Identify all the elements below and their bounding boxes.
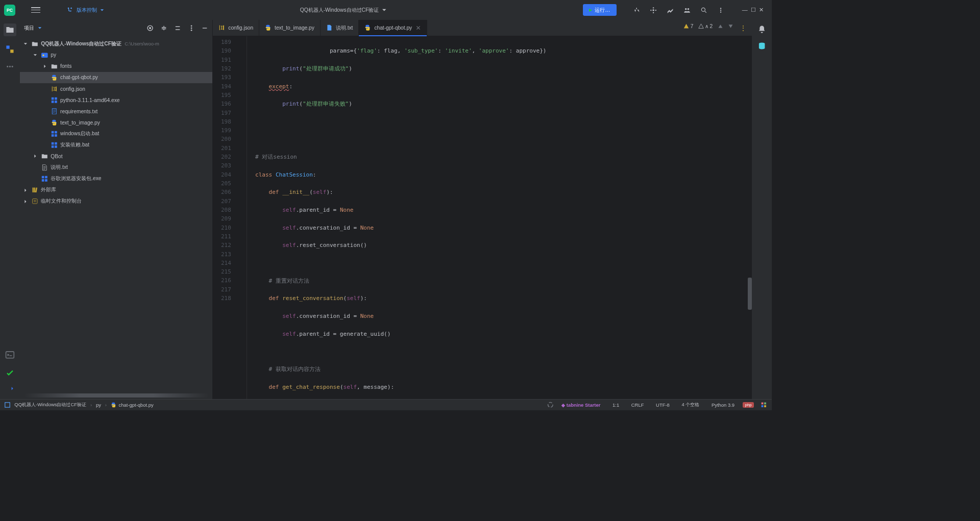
tree-folder-fonts[interactable]: fonts: [20, 61, 212, 72]
bat-file-icon: [51, 141, 58, 148]
svg-rect-48: [762, 403, 764, 405]
svg-rect-34: [55, 142, 57, 145]
expand-all-icon[interactable]: [160, 24, 167, 32]
project-tool-button[interactable]: [4, 23, 16, 36]
horizontal-scrollbar[interactable]: [24, 393, 208, 398]
module-icon: [5, 402, 10, 408]
terminal-tool-button[interactable]: [5, 350, 15, 360]
tools-icon[interactable]: [667, 7, 674, 14]
run-button[interactable]: 运行…: [583, 4, 617, 16]
warning-icon: [683, 23, 689, 29]
svg-rect-41: [33, 188, 34, 192]
vcs-label: 版本控制: [77, 7, 97, 14]
weak-warnings-count[interactable]: ∧2: [698, 23, 713, 29]
tree-file-config[interactable]: config.json: [20, 83, 212, 94]
translate-icon[interactable]: [633, 7, 640, 14]
panel-options-icon[interactable]: [188, 24, 195, 32]
more-tool-button[interactable]: [5, 62, 15, 71]
select-opened-file-icon[interactable]: [146, 24, 154, 32]
breadcrumb-folder[interactable]: py: [96, 402, 101, 408]
tab-actions[interactable]: ⋮: [740, 24, 747, 32]
search-icon[interactable]: [700, 7, 707, 14]
minimize-button[interactable]: —: [742, 7, 748, 13]
indent-setting[interactable]: 4 个空格: [681, 402, 699, 408]
editor-scrollbar[interactable]: [746, 52, 752, 399]
tab-readme[interactable]: 说明.txt: [321, 20, 359, 36]
structure-tool-button[interactable]: [5, 44, 15, 54]
collapse-all-icon[interactable]: [174, 24, 181, 32]
project-tree[interactable]: QQ机器人-Windows自动过CF验证 C:\Users\woo-m py f…: [20, 36, 212, 392]
svg-point-9: [720, 9, 721, 10]
window-controls: — ☐ ✕: [742, 7, 764, 13]
tree-file-readme[interactable]: 说明.txt: [20, 162, 212, 173]
previous-highlight-icon[interactable]: [718, 23, 723, 29]
svg-rect-11: [7, 45, 10, 48]
line-ending[interactable]: CRLF: [631, 402, 644, 408]
svg-point-21: [190, 30, 192, 31]
tree-file-requirements[interactable]: requirements.txt: [20, 106, 212, 117]
svg-rect-28: [55, 101, 57, 103]
main-menu-button[interactable]: [31, 4, 43, 16]
close-tab-icon[interactable]: [415, 25, 421, 31]
settings-icon[interactable]: [717, 7, 724, 14]
folder-icon: [31, 40, 38, 47]
ai-assist-icon[interactable]: [650, 7, 657, 14]
next-highlight-icon[interactable]: [728, 23, 733, 29]
code-editor[interactable]: 1891901911921931941951961971981992002012…: [213, 36, 751, 399]
svg-point-19: [190, 25, 192, 27]
cursor-position[interactable]: 1:1: [612, 402, 619, 408]
php-badge[interactable]: php: [743, 402, 754, 408]
vcs-dropdown[interactable]: 版本控制: [67, 7, 104, 14]
hide-panel-icon[interactable]: [201, 24, 208, 32]
left-tool-rail: [0, 20, 20, 399]
maximize-button[interactable]: ☐: [751, 7, 756, 13]
tree-root[interactable]: QQ机器人-Windows自动过CF验证 C:\Users\woo-m: [20, 38, 212, 49]
tree-folder-py[interactable]: py: [20, 49, 212, 61]
editor-inspections[interactable]: 7 ∧2: [683, 23, 733, 29]
git-tool-button[interactable]: [5, 385, 15, 395]
svg-point-6: [687, 8, 689, 10]
code-content[interactable]: params={'flag': flag, 'sub_type': 'invit…: [247, 36, 751, 399]
problems-tool-button[interactable]: [5, 368, 15, 378]
chevron-down-icon: [382, 8, 386, 12]
close-button[interactable]: ✕: [759, 7, 764, 13]
notifications-tool-button[interactable]: [757, 25, 766, 34]
breadcrumb-root[interactable]: QQ机器人-Windows自动过CF验证: [14, 402, 86, 408]
tree-file-chrome[interactable]: 谷歌浏览器安装包.exe: [20, 173, 212, 184]
python-file-icon: [51, 74, 58, 81]
tree-file-python-exe[interactable]: python-3.11.1-amd64.exe: [20, 94, 212, 106]
lock-icon[interactable]: [761, 402, 767, 408]
tree-file-chat-gpt[interactable]: chat-gpt-qbot.py: [20, 72, 212, 83]
tab-text-to-image[interactable]: text_to_image.py: [259, 20, 321, 36]
database-tool-button[interactable]: [757, 42, 766, 51]
tree-folder-qbot[interactable]: QBot: [20, 151, 212, 162]
python-file-icon: [51, 119, 58, 126]
svg-rect-43: [35, 188, 37, 193]
tab-chat-gpt[interactable]: chat-gpt-qbot.py: [359, 20, 427, 36]
tree-scratches[interactable]: 临时文件和控制台: [20, 195, 212, 207]
scrollbar-thumb[interactable]: [748, 278, 752, 310]
warnings-count[interactable]: 7: [683, 23, 693, 29]
tab-config[interactable]: config.json: [213, 20, 259, 36]
fold-gutter[interactable]: [235, 36, 248, 399]
right-tool-rail: [752, 20, 772, 399]
progress-icon[interactable]: [547, 402, 554, 408]
svg-point-2: [652, 12, 653, 13]
code-with-me-icon[interactable]: [683, 7, 691, 14]
svg-rect-42: [34, 188, 35, 192]
breadcrumb-file[interactable]: chat-gpt-qbot.py: [111, 402, 154, 408]
svg-point-8: [720, 8, 721, 9]
python-interpreter[interactable]: Python 3.9: [712, 402, 734, 408]
tree-file-win-start[interactable]: windows启动.bat: [20, 128, 212, 139]
text-file-icon: [326, 24, 333, 31]
file-encoding[interactable]: UTF-8: [656, 402, 670, 408]
folder-icon: [51, 63, 58, 70]
tree-external-libs[interactable]: 外部库: [20, 184, 212, 195]
svg-rect-46: [5, 403, 10, 407]
tree-file-text-to-image[interactable]: text_to_image.py: [20, 117, 212, 128]
tree-file-install-deps[interactable]: 安装依赖.bat: [20, 139, 212, 151]
project-title-dropdown[interactable]: QQ机器人-Windows自动过CF验证: [108, 7, 579, 14]
svg-point-18: [149, 27, 151, 29]
tabnine-status[interactable]: ◆ tabnine Starter: [561, 402, 600, 408]
chevron-down-icon[interactable]: [38, 26, 42, 30]
